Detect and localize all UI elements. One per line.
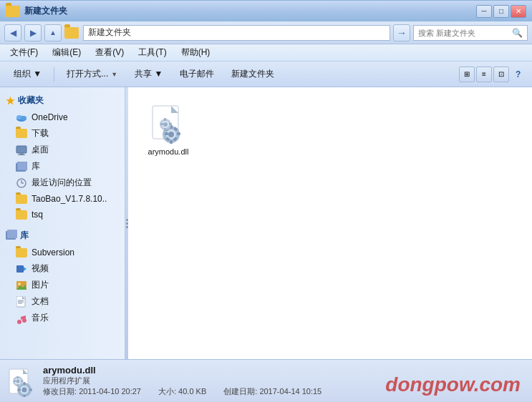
toolbar-separator-1 — [54, 67, 54, 82]
sidebar-video-label: 视频 — [32, 263, 49, 275]
star-icon: ★ — [6, 95, 15, 107]
svg-rect-7 — [17, 162, 27, 170]
sidebar: ★ 收藏夹 OneDrive 下载 桌面 — [0, 87, 125, 359]
status-modify: 修改日期: 2011-04-10 20:27 — [43, 386, 141, 397]
share-label: 共享 ▼ — [135, 68, 163, 80]
title-folder-icon — [6, 6, 20, 17]
title-bar-controls: ─ □ ✕ — [476, 5, 526, 18]
svg-rect-3 — [16, 146, 26, 153]
library-icon — [16, 161, 27, 172]
sidebar-item-desktop[interactable]: 桌面 — [0, 142, 125, 158]
menu-help[interactable]: 帮助(H) — [177, 45, 215, 60]
file-item-arymodu[interactable]: arymodu.dll — [140, 99, 197, 162]
search-box: 🔍 — [413, 25, 528, 41]
sidebar-item-recent[interactable]: 最近访问的位置 — [0, 175, 125, 191]
sidebar-item-taobao[interactable]: TaoBao_V1.7.8.10.. — [0, 191, 125, 207]
sidebar-item-music[interactable]: 音乐 — [0, 310, 125, 326]
search-icon[interactable]: 🔍 — [511, 26, 523, 40]
svg-rect-51 — [18, 388, 21, 391]
sidebar-recent-label: 最近访问的位置 — [32, 177, 92, 189]
menu-file[interactable]: 文件(F) — [6, 45, 42, 60]
address-folder-icon — [64, 27, 79, 39]
address-bar: ◀ ▶ ▲ → 🔍 — [0, 21, 532, 44]
video-icon — [16, 263, 27, 275]
menu-view[interactable]: 查看(V) — [91, 45, 128, 60]
email-button[interactable]: 电子邮件 — [172, 64, 222, 84]
up-button[interactable]: ▲ — [44, 24, 62, 41]
svg-point-55 — [16, 379, 20, 383]
help-button[interactable]: ? — [511, 64, 526, 84]
svg-rect-32 — [177, 132, 180, 135]
svg-point-39 — [163, 122, 168, 127]
svg-marker-14 — [24, 267, 26, 271]
sidebar-downloads-label: 下载 — [32, 127, 49, 139]
svg-rect-49 — [24, 382, 26, 385]
maximize-button[interactable]: □ — [493, 5, 509, 18]
main-content: ★ 收藏夹 OneDrive 下载 桌面 — [0, 87, 532, 359]
sidebar-pictures-label: 图片 — [32, 279, 49, 291]
svg-point-2 — [21, 116, 26, 120]
svg-point-16 — [18, 283, 21, 285]
tsq-folder-icon — [16, 209, 27, 220]
svg-rect-42 — [160, 123, 163, 125]
library-section-header[interactable]: 库 — [0, 227, 125, 245]
svg-rect-12 — [7, 230, 17, 238]
status-info: arymodu.dll 应用程序扩展 修改日期: 2011-04-10 20:2… — [43, 365, 523, 397]
view-details-button[interactable]: ≡ — [476, 67, 492, 82]
svg-point-48 — [22, 387, 27, 392]
status-create: 创建日期: 2017-04-14 10:15 — [223, 386, 321, 397]
favorites-header[interactable]: ★ 收藏夹 — [0, 92, 125, 109]
status-filetype: 应用程序扩展 — [43, 376, 523, 386]
open-dropdown-icon: ▼ — [111, 71, 117, 78]
organize-button[interactable]: 组织 ▼ — [6, 64, 49, 84]
minimize-button[interactable]: ─ — [476, 5, 492, 18]
subversion-icon — [16, 247, 27, 258]
desktop-icon — [16, 144, 27, 156]
svg-rect-5 — [18, 155, 25, 155]
close-button[interactable]: ✕ — [511, 5, 526, 18]
new-folder-button[interactable]: 新建文件夹 — [223, 64, 282, 84]
sidebar-item-onedrive[interactable]: OneDrive — [0, 109, 125, 125]
search-input[interactable] — [418, 29, 511, 37]
sidebar-item-video[interactable]: 视频 — [0, 260, 125, 277]
svg-rect-59 — [21, 380, 24, 382]
svg-rect-56 — [17, 376, 19, 379]
open-with-button[interactable]: 打开方式... ▼ — [59, 64, 125, 84]
sidebar-item-library[interactable]: 库 — [0, 158, 125, 175]
favorites-label: 收藏夹 — [18, 94, 44, 107]
help-label: ? — [516, 69, 521, 79]
sidebar-taobao-label: TaoBao_V1.7.8.10.. — [32, 194, 107, 204]
music-icon — [16, 313, 27, 324]
forward-button[interactable]: ▶ — [24, 24, 42, 41]
sidebar-desktop-label: 桌面 — [32, 144, 49, 156]
open-label: 打开方式... — [67, 68, 108, 80]
sidebar-library-label: 库 — [32, 160, 40, 172]
view-controls: ⊞ ≡ ⊡ ? — [459, 64, 526, 84]
sidebar-item-downloads[interactable]: 下载 — [0, 125, 125, 142]
address-go-button[interactable]: → — [393, 24, 410, 41]
file-name: arymodu.dll — [148, 147, 189, 156]
sidebar-item-tsq[interactable]: tsq — [0, 207, 125, 222]
menu-bar: 文件(F) 编辑(E) 查看(V) 工具(T) 帮助(H) — [0, 44, 532, 62]
address-input[interactable] — [83, 25, 390, 41]
view-large-button[interactable]: ⊡ — [493, 67, 509, 82]
back-button[interactable]: ◀ — [4, 24, 21, 41]
menu-edit[interactable]: 编辑(E) — [48, 45, 85, 60]
svg-rect-50 — [24, 395, 26, 397]
view-toggle-button[interactable]: ⊞ — [459, 67, 475, 82]
svg-rect-40 — [164, 118, 166, 121]
svg-rect-31 — [165, 132, 168, 135]
share-button[interactable]: 共享 ▼ — [127, 64, 170, 84]
sidebar-item-pictures[interactable]: 图片 — [0, 277, 125, 293]
library-section: 库 Subversion 视频 图片 — [0, 227, 125, 326]
library-section-icon — [6, 230, 17, 242]
download-folder-icon — [16, 128, 27, 139]
menu-tools[interactable]: 工具(T) — [134, 45, 170, 60]
onedrive-icon — [16, 112, 27, 123]
email-label: 电子邮件 — [180, 68, 214, 80]
file-area[interactable]: arymodu.dll — [128, 87, 532, 359]
sidebar-documents-label: 文档 — [32, 295, 49, 308]
sidebar-item-subversion[interactable]: Subversion — [0, 245, 125, 260]
sidebar-item-documents[interactable]: 文档 — [0, 293, 125, 310]
status-filename: arymodu.dll — [43, 365, 523, 376]
